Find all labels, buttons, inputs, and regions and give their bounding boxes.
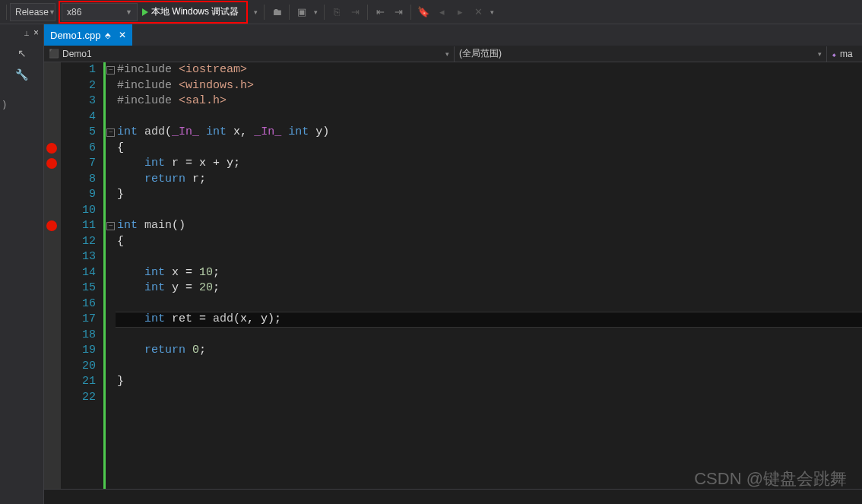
- code-line[interactable]: #include <sal.h>: [116, 94, 862, 109]
- line-number: 1: [61, 62, 96, 78]
- fold-toggle-icon[interactable]: −: [106, 66, 115, 74]
- breakpoint-slot[interactable]: [44, 62, 61, 78]
- indent-icon[interactable]: ⇥: [347, 5, 363, 20]
- indent2-icon[interactable]: ⇥: [391, 5, 406, 20]
- line-number: 12: [61, 234, 96, 250]
- code-line[interactable]: [116, 109, 862, 125]
- breakpoint-slot[interactable]: [44, 296, 61, 312]
- line-number: 6: [61, 141, 96, 157]
- code-line[interactable]: int ret = add(x, y);: [116, 312, 862, 328]
- breakpoint-slot[interactable]: [44, 218, 61, 234]
- breakpoint-icon[interactable]: [46, 220, 57, 231]
- fold-toggle-icon[interactable]: −: [106, 222, 115, 230]
- breakpoint-slot[interactable]: [44, 249, 61, 265]
- scope-dropdown[interactable]: (全局范围) ▾: [455, 46, 827, 62]
- breakpoint-slot[interactable]: [44, 172, 61, 188]
- breakpoint-slot[interactable]: [44, 328, 61, 344]
- breakpoint-slot[interactable]: [44, 109, 61, 125]
- left-sidebar: ⟂ × ↖ 🔧 ): [0, 24, 44, 504]
- code-line[interactable]: [116, 203, 862, 219]
- prev-bookmark-icon[interactable]: ◂: [434, 5, 449, 20]
- line-number: 18: [61, 328, 96, 344]
- code-line[interactable]: }: [116, 187, 862, 203]
- chevron-down-icon[interactable]: ▾: [490, 8, 494, 16]
- code-line[interactable]: [116, 249, 862, 265]
- clear-bookmark-icon[interactable]: ✕: [471, 5, 486, 20]
- line-number: 10: [61, 203, 96, 219]
- breakpoint-slot[interactable]: [44, 312, 61, 328]
- chevron-down-icon[interactable]: ▾: [254, 8, 258, 16]
- start-debugger-button[interactable]: 本地 Windows 调试器: [138, 3, 243, 21]
- code-area[interactable]: #include <iostream>#include <windows.h>#…: [116, 62, 862, 489]
- pointer-icon[interactable]: ↖: [13, 44, 31, 62]
- code-line[interactable]: int r = x + y;: [116, 156, 862, 172]
- file-tab-bar: Demo1.cpp ⬘ ✕: [44, 24, 862, 46]
- breakpoint-slot[interactable]: [44, 125, 61, 141]
- pin-icon[interactable]: ⟂: [24, 29, 29, 37]
- sidebar-tab-header: ⟂ ×: [20, 24, 43, 41]
- breakpoint-slot[interactable]: [44, 203, 61, 219]
- code-line[interactable]: }: [116, 374, 862, 390]
- line-number: 8: [61, 172, 96, 188]
- separator: [324, 5, 325, 20]
- code-line[interactable]: [116, 328, 862, 344]
- breakpoint-slot[interactable]: [44, 141, 61, 157]
- code-line[interactable]: int x = 10;: [116, 265, 862, 281]
- wrench-icon[interactable]: 🔧: [13, 65, 31, 84]
- breakpoint-slot[interactable]: [44, 281, 61, 296]
- pin-icon[interactable]: ⬘: [105, 31, 111, 40]
- breakpoint-slot[interactable]: [44, 390, 61, 406]
- breakpoint-slot[interactable]: [44, 343, 61, 359]
- breakpoint-slot[interactable]: [44, 78, 61, 94]
- code-line[interactable]: int main(): [116, 218, 862, 234]
- breakpoint-slot[interactable]: [44, 156, 61, 172]
- file-icon[interactable]: 🖿: [269, 5, 284, 20]
- code-line[interactable]: #include <iostream>: [116, 62, 862, 78]
- code-line[interactable]: [116, 390, 862, 406]
- breakpoint-slot[interactable]: [44, 234, 61, 250]
- fold-margin[interactable]: −−−: [103, 62, 116, 489]
- breakpoint-slot[interactable]: [44, 265, 61, 281]
- bookmark-icon[interactable]: 🔖: [416, 5, 431, 20]
- member-label: ma: [840, 49, 853, 59]
- play-icon: [142, 8, 148, 16]
- code-line[interactable]: [116, 359, 862, 375]
- line-number: 3: [61, 94, 96, 109]
- breakpoint-margin[interactable]: [44, 62, 61, 489]
- breakpoint-slot[interactable]: [44, 359, 61, 375]
- copy-icon[interactable]: ⎘: [329, 5, 344, 20]
- code-line[interactable]: return r;: [116, 172, 862, 188]
- line-number: 2: [61, 78, 96, 94]
- code-line[interactable]: {: [116, 141, 862, 157]
- line-number: 9: [61, 187, 96, 203]
- breakpoint-slot[interactable]: [44, 187, 61, 203]
- code-line[interactable]: {: [116, 234, 862, 250]
- sidebar-search[interactable]: ): [3, 99, 6, 109]
- outdent-icon[interactable]: ⇤: [372, 5, 388, 20]
- fold-toggle-icon[interactable]: −: [106, 128, 115, 137]
- breakpoint-icon[interactable]: [46, 158, 57, 169]
- file-tab-demo1[interactable]: Demo1.cpp ⬘ ✕: [44, 24, 132, 46]
- line-number: 20: [61, 359, 96, 375]
- line-number: 21: [61, 374, 96, 390]
- platform-dropdown[interactable]: x86 ▼: [62, 3, 138, 21]
- code-line[interactable]: int y = 20;: [116, 281, 862, 296]
- chevron-down-icon: ▾: [445, 50, 449, 58]
- image-icon[interactable]: ▣: [294, 5, 309, 20]
- code-line[interactable]: int add(_In_ int x, _In_ int y): [116, 125, 862, 141]
- member-dropdown[interactable]: ⬥ ma: [827, 46, 862, 62]
- method-icon: ⬥: [832, 49, 837, 59]
- code-line[interactable]: #include <windows.h>: [116, 78, 862, 94]
- close-icon[interactable]: ×: [33, 27, 39, 38]
- breakpoint-slot[interactable]: [44, 94, 61, 109]
- close-icon[interactable]: ✕: [119, 30, 126, 40]
- code-editor[interactable]: 12345678910111213141516171819202122 −−− …: [44, 62, 862, 489]
- project-dropdown[interactable]: ⬛ Demo1 ▾: [44, 46, 455, 62]
- next-bookmark-icon[interactable]: ▸: [452, 5, 467, 20]
- solution-config-dropdown[interactable]: Release ▼: [10, 3, 55, 21]
- chevron-down-icon[interactable]: ▾: [314, 8, 318, 16]
- breakpoint-icon[interactable]: [46, 143, 57, 154]
- code-line[interactable]: return 0;: [116, 343, 862, 359]
- breakpoint-slot[interactable]: [44, 374, 61, 390]
- code-line[interactable]: [116, 296, 862, 312]
